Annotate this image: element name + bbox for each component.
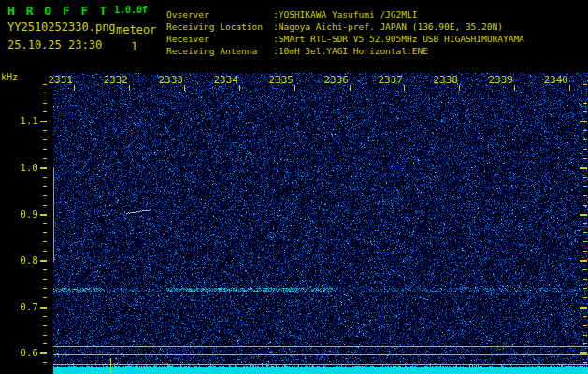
y-minor-tick-left [43, 269, 47, 270]
y-minor-tick-right [583, 195, 587, 196]
y-minor-tick-left [43, 84, 47, 85]
x-tick-mark [129, 85, 130, 91]
y-minor-tick-left [43, 335, 47, 336]
y-minor-tick-right [583, 84, 587, 85]
y-minor-tick-left [43, 251, 47, 252]
y-minor-tick-right [583, 103, 587, 104]
y-minor-tick-right [583, 288, 587, 289]
y-minor-tick-right [583, 279, 587, 280]
y-minor-tick-right [583, 316, 587, 317]
y-minor-tick-left [43, 223, 47, 224]
y-minor-tick-right [583, 205, 587, 206]
y-minor-tick-left [43, 297, 47, 298]
y-major-tick-left [40, 260, 47, 262]
y-minor-tick-right [583, 232, 587, 233]
station-info-row: Ovserver:YOSHIKAWA Yasufumi /JG2MLI [166, 8, 587, 21]
reference-line-middle [53, 354, 588, 355]
mode-label: meteor [116, 23, 156, 36]
y-minor-tick-left [43, 186, 47, 187]
y-minor-tick-right [583, 149, 587, 150]
x-tick-mark [569, 85, 570, 91]
x-tick-label: 2332 [102, 75, 128, 85]
y-minor-tick-left [43, 94, 47, 94]
y-minor-tick-right [583, 335, 587, 336]
y-major-tick-right [580, 121, 587, 122]
app-version: 1.0.0f [114, 5, 148, 15]
y-minor-tick-left [43, 130, 47, 131]
y-minor-tick-left [43, 195, 47, 196]
station-info-row: Receiving Location:Nagoya Aichi-pref. JA… [166, 21, 587, 33]
y-major-tick-right [580, 352, 587, 354]
app-title: H R O F F T [7, 4, 108, 18]
y-minor-tick-left [43, 362, 47, 363]
station-info-value: :YOSHIKAWA Yasufumi /JG2MLI [273, 8, 587, 21]
y-minor-tick-right [583, 186, 587, 187]
detection-band-marker [53, 168, 54, 262]
y-minor-tick-right [583, 130, 587, 131]
x-tick-mark [404, 85, 405, 91]
x-tick-label: 2333 [157, 75, 183, 85]
x-tick-mark [184, 85, 185, 91]
y-minor-tick-left [43, 103, 47, 104]
y-tick-label: 0.9 [13, 209, 38, 220]
y-minor-tick-left [43, 158, 47, 159]
echo-count: 1 [131, 40, 137, 53]
station-info-label: Ovserver [166, 8, 273, 21]
y-minor-tick-left [43, 279, 47, 280]
y-minor-tick-right [583, 241, 587, 242]
station-info-label: Receiving Location [166, 21, 273, 33]
station-info-value: :SMArt RTL-SDR V5 52.905MHz USB HIGASHIM… [273, 33, 587, 45]
x-tick-label: 2335 [267, 75, 294, 85]
y-tick-label: 0.6 [13, 348, 38, 358]
y-minor-tick-left [43, 177, 47, 178]
y-minor-tick-right [583, 111, 587, 112]
x-tick-label: 2338 [432, 75, 458, 85]
station-info-label: Receiver [166, 33, 273, 45]
y-tick-label: 0.8 [13, 255, 38, 266]
y-major-tick-right [580, 260, 587, 262]
y-minor-tick-left [43, 111, 47, 112]
y-minor-tick-right [583, 325, 587, 326]
y-minor-tick-right [583, 343, 587, 344]
y-tick-label: 1.1 [13, 116, 38, 126]
station-info-label: Receiving Antenna [166, 45, 273, 57]
x-tick-mark [459, 85, 460, 91]
y-major-tick-right [580, 167, 587, 169]
hrofft-window: H R O F F T 1.0.0f YY2510252330.png mete… [0, 0, 588, 374]
meteor-detection-marker [110, 358, 111, 374]
y-minor-tick-left [43, 149, 47, 150]
y-axis-unit-label: kHz [1, 72, 18, 82]
y-minor-tick-left [43, 205, 47, 206]
x-tick-mark [350, 85, 351, 91]
reference-line-lower [53, 364, 588, 365]
y-minor-tick-left [43, 325, 47, 326]
x-tick-label: 2331 [47, 75, 73, 85]
timestamp: 25.10.25 23:30 [7, 38, 102, 51]
y-tick-label: 0.7 [13, 302, 38, 312]
y-major-tick-left [40, 307, 47, 309]
x-tick-mark [74, 85, 75, 91]
y-minor-tick-left [43, 343, 47, 344]
y-minor-tick-right [583, 251, 587, 252]
y-minor-tick-right [583, 223, 587, 224]
spectrogram-canvas [53, 73, 588, 374]
y-minor-tick-right [583, 158, 587, 159]
y-major-tick-left [40, 167, 47, 169]
y-minor-tick-left [43, 288, 47, 289]
x-tick-label: 2339 [487, 75, 513, 85]
y-minor-tick-right [583, 94, 587, 94]
y-major-tick-right [580, 307, 587, 309]
station-info-row: Receiver:SMArt RTL-SDR V5 52.905MHz USB … [166, 33, 587, 45]
x-tick-mark [514, 85, 515, 91]
y-minor-tick-right [583, 362, 587, 363]
y-minor-tick-right [583, 269, 587, 270]
y-major-tick-left [40, 121, 47, 122]
station-info-value: :10mH 3el.YAGI Horizontal:ENE [273, 45, 587, 57]
x-tick-label: 2334 [212, 75, 238, 85]
y-tick-label: 1.0 [13, 163, 38, 173]
y-minor-tick-left [43, 241, 47, 242]
y-major-tick-left [40, 214, 47, 216]
y-minor-tick-right [583, 297, 587, 298]
x-tick-label: 2337 [377, 75, 403, 85]
y-major-tick-right [580, 214, 587, 216]
